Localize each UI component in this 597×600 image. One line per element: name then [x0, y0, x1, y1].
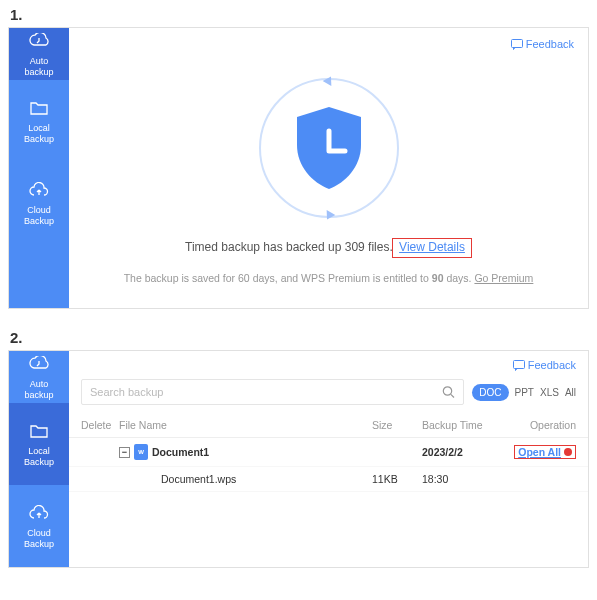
sidebar-item-auto-backup[interactable]: Autobackup — [9, 28, 69, 80]
highlight-view-details: View Details — [392, 238, 472, 258]
view-details-link[interactable]: View Details — [399, 240, 465, 254]
auto-backup-icon — [28, 30, 50, 52]
file-type-filters: DOC PPT XLS All — [472, 384, 576, 401]
feedback-icon — [511, 39, 523, 50]
backup-time: 18:30 — [422, 473, 504, 485]
filter-ppt[interactable]: PPT — [515, 387, 534, 398]
status-text: Timed backup has backed up 309 files. Vi… — [69, 238, 588, 258]
step-number-1: 1. — [0, 0, 597, 27]
doc-file-icon: W — [134, 444, 148, 460]
search-input[interactable]: Search backup — [81, 379, 464, 405]
collapse-icon[interactable]: − — [119, 447, 130, 458]
sidebar-item-local-backup[interactable]: LocalBackup — [9, 80, 69, 162]
svg-rect-0 — [511, 39, 522, 47]
folder-icon — [28, 420, 50, 442]
go-premium-link[interactable]: Go Premium — [474, 272, 533, 284]
svg-point-2 — [444, 387, 452, 395]
feedback-icon — [513, 360, 525, 371]
folder-icon — [28, 97, 50, 119]
filter-xls[interactable]: XLS — [540, 387, 559, 398]
cloud-upload-icon — [28, 179, 50, 201]
header-filename: File Name — [119, 419, 372, 431]
feedback-link[interactable]: Feedback — [511, 38, 574, 50]
auto-backup-icon — [28, 353, 50, 375]
cloud-upload-icon — [28, 502, 50, 524]
sidebar: Autobackup LocalBackup CloudBackup — [9, 28, 69, 308]
file-size: 11KB — [372, 473, 422, 485]
header-operation: Operation — [504, 419, 576, 431]
shield-clock-icon — [291, 105, 367, 191]
main-area-2: Feedback Search backup DOC PPT XLS All D… — [69, 351, 588, 567]
table-row[interactable]: − W Document1 2023/2/2 Open All — [69, 438, 588, 467]
sidebar-item-local-backup-2[interactable]: LocalBackup — [9, 403, 69, 485]
alert-dot-icon — [564, 448, 572, 456]
backup-hero-icon — [259, 78, 399, 218]
feedback-label: Feedback — [526, 38, 574, 50]
sidebar-item-cloud-backup-2[interactable]: CloudBackup — [9, 485, 69, 567]
premium-hint: The backup is saved for 60 days, and WPS… — [69, 272, 588, 284]
file-name-sub: Document1.wps — [119, 473, 372, 485]
main-area-1: Feedback Timed backup has backed up 309 … — [69, 28, 588, 308]
search-icon — [442, 386, 455, 399]
search-placeholder: Search backup — [90, 386, 163, 398]
step-number-2: 2. — [0, 323, 597, 350]
file-name: Document1 — [152, 446, 209, 458]
svg-line-3 — [451, 394, 454, 397]
header-backup-time: Backup Time — [422, 419, 504, 431]
header-delete: Delete — [81, 419, 119, 431]
sidebar-item-cloud-backup[interactable]: CloudBackup — [9, 162, 69, 244]
table-header: Delete File Name Size Backup Time Operat… — [69, 413, 588, 438]
highlight-open-all: Open All — [514, 445, 576, 459]
feedback-link-2[interactable]: Feedback — [513, 359, 576, 371]
panel-local-backup: Autobackup LocalBackup CloudBackup Feedb… — [8, 350, 589, 568]
open-all-link[interactable]: Open All — [518, 446, 561, 458]
filter-all[interactable]: All — [565, 387, 576, 398]
table-row[interactable]: Document1.wps 11KB 18:30 — [69, 467, 588, 492]
feedback-label: Feedback — [528, 359, 576, 371]
svg-rect-1 — [513, 360, 524, 368]
panel-auto-backup: Autobackup LocalBackup CloudBackup Feedb… — [8, 27, 589, 309]
filter-doc[interactable]: DOC — [472, 384, 508, 401]
header-size: Size — [372, 419, 422, 431]
backup-date: 2023/2/2 — [422, 446, 504, 458]
sidebar-item-auto-backup-2[interactable]: Autobackup — [9, 351, 69, 403]
sidebar-2: Autobackup LocalBackup CloudBackup — [9, 351, 69, 567]
